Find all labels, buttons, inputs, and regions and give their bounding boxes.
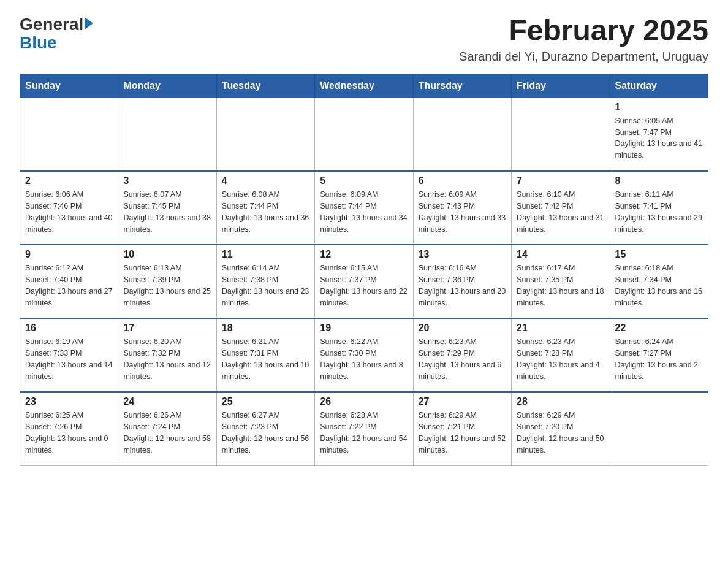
calendar-cell: 25Sunrise: 6:27 AMSunset: 7:23 PMDayligh… xyxy=(216,392,314,465)
day-info-text: Sunset: 7:30 PM xyxy=(320,348,408,359)
calendar-cell: 27Sunrise: 6:29 AMSunset: 7:21 PMDayligh… xyxy=(413,392,511,465)
day-number: 1 xyxy=(615,102,703,113)
day-number: 2 xyxy=(25,175,113,186)
day-info-text: Sunrise: 6:15 AM xyxy=(320,262,408,274)
day-info-text: Sunrise: 6:23 AM xyxy=(419,336,506,348)
calendar-cell: 24Sunrise: 6:26 AMSunset: 7:24 PMDayligh… xyxy=(118,392,216,465)
day-number: 25 xyxy=(222,396,309,407)
day-info-text: Sunset: 7:31 PM xyxy=(222,348,309,359)
day-info-text: Sunset: 7:24 PM xyxy=(123,421,211,433)
day-number: 24 xyxy=(123,396,211,407)
day-info-text: Sunrise: 6:19 AM xyxy=(25,336,113,348)
day-info-text: Daylight: 13 hours and 8 minutes. xyxy=(320,359,408,383)
day-info-text: Sunset: 7:23 PM xyxy=(222,421,309,433)
day-info-text: Daylight: 13 hours and 18 minutes. xyxy=(517,286,604,309)
calendar-cell: 1Sunrise: 6:05 AMSunset: 7:47 PMDaylight… xyxy=(610,98,708,171)
day-info-text: Daylight: 13 hours and 22 minutes. xyxy=(320,286,408,309)
day-info-text: Sunrise: 6:06 AM xyxy=(25,189,113,201)
calendar-cell: 8Sunrise: 6:11 AMSunset: 7:41 PMDaylight… xyxy=(610,171,708,245)
day-info-text: Sunset: 7:41 PM xyxy=(615,201,703,212)
calendar-cell: 22Sunrise: 6:24 AMSunset: 7:27 PMDayligh… xyxy=(610,318,708,392)
day-info-text: Sunset: 7:34 PM xyxy=(615,274,703,286)
day-number: 23 xyxy=(25,396,113,407)
day-info-text: Daylight: 12 hours and 56 minutes. xyxy=(222,433,309,456)
day-info-text: Sunrise: 6:25 AM xyxy=(25,410,113,421)
calendar-cell xyxy=(118,98,216,171)
day-header-tuesday: Tuesday xyxy=(216,74,314,98)
day-info-text: Daylight: 12 hours and 58 minutes. xyxy=(123,433,211,456)
day-number: 9 xyxy=(25,249,113,260)
day-info-text: Sunset: 7:43 PM xyxy=(419,201,506,212)
calendar-cell: 12Sunrise: 6:15 AMSunset: 7:37 PMDayligh… xyxy=(315,245,413,318)
day-info-text: Sunrise: 6:16 AM xyxy=(419,262,506,274)
day-info-text: Daylight: 12 hours and 52 minutes. xyxy=(419,433,506,456)
calendar-cell: 26Sunrise: 6:28 AMSunset: 7:22 PMDayligh… xyxy=(315,392,413,465)
day-info-text: Sunset: 7:47 PM xyxy=(615,127,703,139)
day-info-text: Sunrise: 6:24 AM xyxy=(615,336,703,348)
calendar-week-row: 1Sunrise: 6:05 AMSunset: 7:47 PMDaylight… xyxy=(20,98,708,171)
day-info-text: Sunrise: 6:08 AM xyxy=(222,189,309,201)
calendar-cell: 20Sunrise: 6:23 AMSunset: 7:29 PMDayligh… xyxy=(413,318,511,392)
day-number: 15 xyxy=(615,249,703,260)
calendar-cell xyxy=(216,98,314,171)
day-info-text: Sunset: 7:27 PM xyxy=(615,348,703,359)
day-info-text: Sunset: 7:36 PM xyxy=(419,274,506,286)
day-info-text: Sunset: 7:44 PM xyxy=(320,201,408,212)
day-info-text: Sunset: 7:39 PM xyxy=(123,274,211,286)
day-number: 11 xyxy=(222,249,309,260)
day-number: 17 xyxy=(123,323,211,334)
day-number: 14 xyxy=(517,249,604,260)
calendar-header-row: SundayMondayTuesdayWednesdayThursdayFrid… xyxy=(20,74,708,98)
title-block: February 2025 Sarandi del Yi, Durazno De… xyxy=(459,15,708,64)
day-info-text: Sunset: 7:42 PM xyxy=(517,201,604,212)
day-number: 6 xyxy=(419,175,506,186)
day-info-text: Sunset: 7:26 PM xyxy=(25,421,113,433)
day-info-text: Daylight: 13 hours and 40 minutes. xyxy=(25,212,113,236)
logo: General Blue xyxy=(20,15,93,52)
calendar-cell: 6Sunrise: 6:09 AMSunset: 7:43 PMDaylight… xyxy=(413,171,511,245)
day-info-text: Sunset: 7:46 PM xyxy=(25,201,113,212)
day-info-text: Sunrise: 6:27 AM xyxy=(222,410,309,421)
day-info-text: Sunrise: 6:23 AM xyxy=(517,336,604,348)
calendar-cell: 5Sunrise: 6:09 AMSunset: 7:44 PMDaylight… xyxy=(315,171,413,245)
day-info-text: Daylight: 13 hours and 41 minutes. xyxy=(615,138,703,161)
day-info-text: Sunset: 7:33 PM xyxy=(25,348,113,359)
day-info-text: Sunset: 7:20 PM xyxy=(517,421,604,433)
day-info-text: Sunrise: 6:28 AM xyxy=(320,410,408,421)
day-info-text: Daylight: 13 hours and 23 minutes. xyxy=(222,286,309,309)
day-number: 7 xyxy=(517,175,604,186)
day-info-text: Sunrise: 6:07 AM xyxy=(123,189,211,201)
calendar-week-row: 9Sunrise: 6:12 AMSunset: 7:40 PMDaylight… xyxy=(20,245,708,318)
calendar-cell xyxy=(512,98,610,171)
day-info-text: Sunrise: 6:18 AM xyxy=(615,262,703,274)
day-number: 16 xyxy=(25,323,113,334)
calendar-table: SundayMondayTuesdayWednesdayThursdayFrid… xyxy=(20,74,708,466)
day-info-text: Sunrise: 6:26 AM xyxy=(123,410,211,421)
day-info-text: Daylight: 13 hours and 4 minutes. xyxy=(517,359,604,383)
day-info-text: Sunrise: 6:29 AM xyxy=(419,410,506,421)
logo-arrow-icon xyxy=(85,17,93,29)
month-title: February 2025 xyxy=(459,15,708,47)
location-subtitle: Sarandi del Yi, Durazno Department, Urug… xyxy=(459,50,708,64)
day-info-text: Daylight: 13 hours and 0 minutes. xyxy=(25,433,113,456)
day-info-text: Sunset: 7:38 PM xyxy=(222,274,309,286)
calendar-week-row: 2Sunrise: 6:06 AMSunset: 7:46 PMDaylight… xyxy=(20,171,708,245)
day-number: 20 xyxy=(419,323,506,334)
day-info-text: Daylight: 13 hours and 20 minutes. xyxy=(419,286,506,309)
day-info-text: Daylight: 12 hours and 50 minutes. xyxy=(517,433,604,456)
day-number: 22 xyxy=(615,323,703,334)
day-info-text: Sunrise: 6:17 AM xyxy=(517,262,604,274)
day-info-text: Daylight: 13 hours and 34 minutes. xyxy=(320,212,408,236)
day-header-sunday: Sunday xyxy=(20,74,118,98)
calendar-cell: 10Sunrise: 6:13 AMSunset: 7:39 PMDayligh… xyxy=(118,245,216,318)
day-info-text: Daylight: 13 hours and 16 minutes. xyxy=(615,286,703,309)
calendar-cell xyxy=(315,98,413,171)
day-number: 21 xyxy=(517,323,604,334)
calendar-cell: 13Sunrise: 6:16 AMSunset: 7:36 PMDayligh… xyxy=(413,245,511,318)
day-info-text: Sunset: 7:40 PM xyxy=(25,274,113,286)
day-number: 26 xyxy=(320,396,408,407)
calendar-week-row: 16Sunrise: 6:19 AMSunset: 7:33 PMDayligh… xyxy=(20,318,708,392)
day-info-text: Sunset: 7:22 PM xyxy=(320,421,408,433)
day-info-text: Sunset: 7:45 PM xyxy=(123,201,211,212)
calendar-cell: 7Sunrise: 6:10 AMSunset: 7:42 PMDaylight… xyxy=(512,171,610,245)
